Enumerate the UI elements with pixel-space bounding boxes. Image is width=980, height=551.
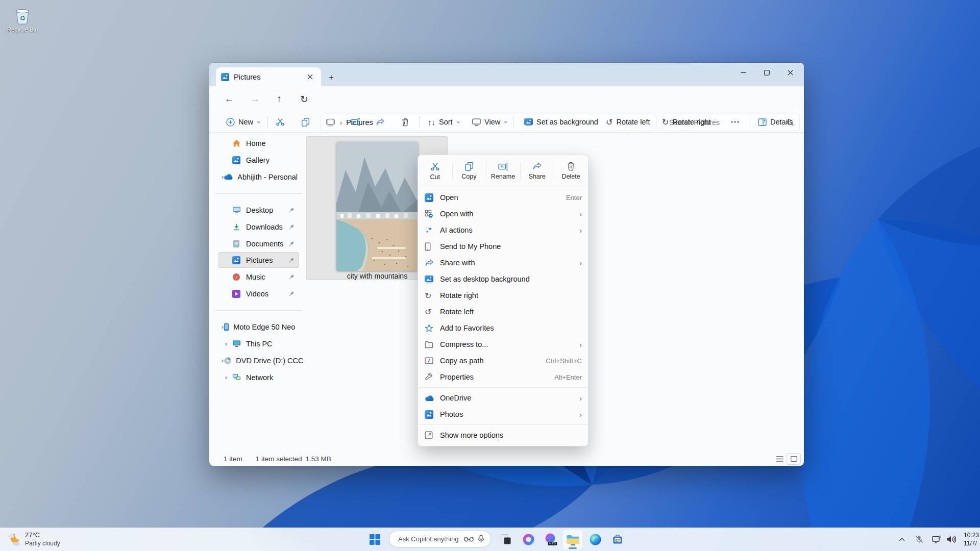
sidebar-item-dvd-drive[interactable]: › DVD Drive (D:) CCC [218,353,299,368]
sidebar-item-this-pc[interactable]: › This PC [218,336,299,352]
paste-button[interactable] [321,114,340,130]
maximize-button[interactable] [755,63,778,82]
onedrive-cloud-icon [224,173,233,180]
menu-item-onedrive[interactable]: OneDrive › [418,390,588,406]
up-button[interactable]: ↑ [271,90,288,108]
more-options-button[interactable] [725,114,745,130]
tray-chevron-up-icon[interactable] [894,529,910,549]
sidebar-item-videos[interactable]: Videos [218,286,299,302]
copy-quick-action[interactable]: Copy [452,155,486,187]
rotate-left-button[interactable]: ↺ Rotate left [601,114,655,130]
weather-widget[interactable]: 27°C Partly cloudy [6,528,60,551]
microphone-icon[interactable] [478,535,484,543]
sidebar-item-documents[interactable]: Documents [218,236,299,252]
edge-icon[interactable] [585,529,605,549]
microsoft-store-icon[interactable] [607,529,628,549]
menu-item-open-with[interactable]: Open with › [418,206,588,222]
file-explorer-icon[interactable] [562,529,583,549]
sidebar-item-desktop[interactable]: Desktop [218,202,299,218]
start-button[interactable] [364,529,385,549]
pin-icon [289,224,295,230]
tab-bar: Pictures + [209,63,804,86]
menu-item-compress-to[interactable]: Compress to... › [418,336,588,353]
clock-date: 11/7/ [964,540,979,548]
clock[interactable]: 10:23 11/7/ [964,532,979,547]
new-button[interactable]: New› [222,114,264,130]
phone-outline-icon [425,242,440,251]
home-icon [231,139,242,147]
menu-item-copy-as-path[interactable]: Copy as path Ctrl+Shift+C [418,353,588,369]
share-button[interactable] [371,114,390,130]
sidebar-item-downloads[interactable]: Downloads [218,219,299,235]
rename-button[interactable]: A [346,114,365,130]
cut-button[interactable] [271,114,290,130]
minimize-button[interactable] [731,63,755,82]
copy-button[interactable] [296,114,315,130]
thumbnail-view-toggle[interactable] [787,454,800,464]
rotate-right-icon: ↻ [425,291,440,300]
menu-item-send-to-my-phone[interactable]: Send to My Phone [418,238,588,255]
copy-path-icon [425,357,440,365]
tab-close-icon[interactable] [304,71,316,83]
share-quick-action[interactable]: Share [520,155,554,187]
menu-item-photos[interactable]: Photos › [418,406,588,422]
network-icon [231,373,242,381]
file-thumbnail [336,142,418,271]
delete-button[interactable] [396,114,415,130]
svg-text:♻: ♻ [19,14,26,22]
sort-button[interactable]: ↑↓ Sort› [423,114,464,130]
cut-quick-action[interactable]: Cut [418,155,452,187]
mic-muted-icon[interactable] [912,529,927,549]
view-button[interactable]: View› [468,114,512,130]
menu-item-open[interactable]: Open Enter [418,189,588,206]
delete-quick-action[interactable]: Delete [554,155,588,187]
sidebar-item-home[interactable]: Home [218,135,299,151]
menu-item-properties[interactable]: Properties Alt+Enter [418,369,588,385]
refresh-button[interactable]: ↻ [296,90,313,108]
sidebar-item-onedrive-personal[interactable]: › Abhijith - Personal [218,169,299,185]
new-tab-button[interactable]: + [325,71,338,84]
set-as-background-button[interactable]: Set as background [520,114,603,130]
menu-item-ai-actions[interactable]: AI actions › [418,222,588,238]
recycle-bin-label: Recycle Bin [4,27,41,33]
rotate-right-button[interactable]: ↻ Rotate right [657,114,715,130]
list-view-toggle[interactable] [773,454,786,464]
network-icon[interactable] [929,529,944,549]
copilot-icon[interactable] [518,529,538,549]
task-view-icon[interactable] [496,529,516,549]
copilot-search-box[interactable] [389,531,491,547]
menu-item-show-more-options[interactable]: Show more options [418,427,588,443]
rename-quick-action[interactable]: A Rename [486,155,520,187]
sidebar-item-network[interactable]: › Network [218,369,299,385]
menu-item-set-as-desktop-background[interactable]: Set as desktop background [418,271,588,287]
m365-copilot-icon[interactable]: M365 [540,529,560,549]
weather-icon [6,532,21,547]
sidebar-item-pictures[interactable]: Pictures [218,252,299,268]
forward-button[interactable]: → [247,90,264,108]
sidebar-item-music[interactable]: ♪ Music [218,269,299,285]
sidebar-item-gallery[interactable]: Gallery [218,152,299,168]
tab-pictures[interactable]: Pictures [216,67,321,86]
visual-search-glasses-icon[interactable] [464,536,474,542]
copilot-search-input[interactable] [397,535,460,543]
chevron-right-icon[interactable]: › [222,373,231,381]
taskbar: 27°C Partly cloudy M365 [0,528,980,551]
wallpaper-icon [425,275,440,284]
volume-icon[interactable] [943,529,959,549]
desktop-icon [231,206,242,214]
photos-app-icon [425,410,440,419]
chevron-right-icon[interactable]: › [222,340,231,347]
details-button[interactable]: Details [753,114,797,130]
menu-item-share-with[interactable]: Share with › [418,255,588,271]
menu-item-rotate-left[interactable]: ↺ Rotate left [418,304,588,320]
recycle-bin-shortcut[interactable]: ♻ Recycle Bin [4,5,41,33]
menu-item-rotate-right[interactable]: ↻ Rotate right [418,287,588,304]
back-button[interactable]: ← [220,90,238,108]
menu-item-add-to-favorites[interactable]: Add to Favorites [418,320,588,336]
sidebar-item-moto-edge[interactable]: › Moto Edge 50 Neo [218,319,299,335]
open-with-icon [425,210,440,218]
details-pane-icon [758,118,767,126]
close-button[interactable] [778,63,802,82]
rotate-left-icon: ↺ [425,307,440,317]
phone-icon [224,323,229,331]
